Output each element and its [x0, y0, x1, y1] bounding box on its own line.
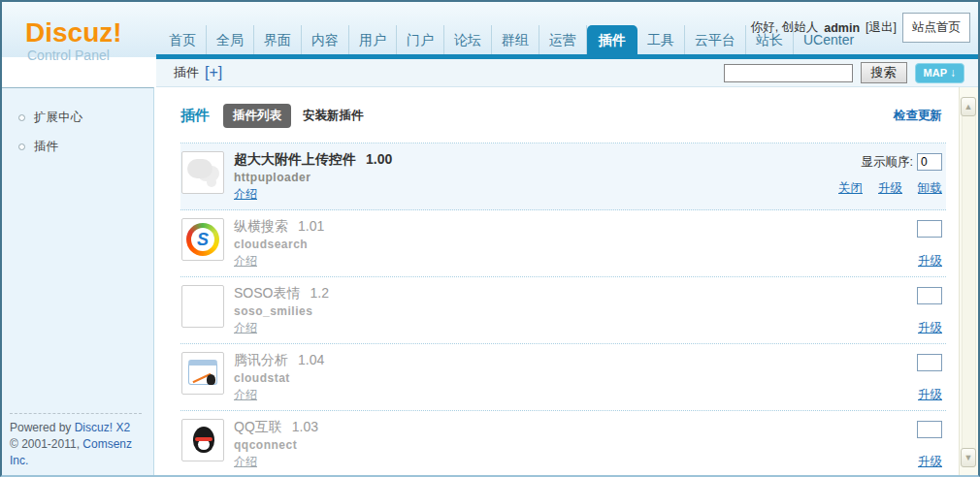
soso-smilies-icon: [181, 285, 224, 328]
display-order: 显示顺序:: [862, 153, 942, 171]
httpuploader-icon: [181, 151, 224, 194]
plugin-row: QQ互联1.03 qqconnect 介绍 升级: [180, 411, 946, 475]
map-arrow-down-icon: ↓: [950, 67, 956, 79]
sidebar-item-扩展中心[interactable]: 扩展中心: [2, 104, 153, 133]
logo-title: Discuz!: [25, 19, 122, 47]
plugin-row: 超大大附件上传控件1.00 httpuploader 介绍 显示顺序: 关闭升级…: [180, 143, 946, 210]
plugin-identifier: httpuploader: [234, 171, 392, 184]
plugin-name: QQ互联: [234, 419, 282, 434]
search-input[interactable]: [724, 64, 853, 82]
nav-item-插件[interactable]: 插件: [587, 25, 637, 54]
plugin-action-升级[interactable]: 升级: [918, 388, 942, 401]
radio-bullet-icon: [18, 114, 25, 121]
display-order: [913, 220, 942, 238]
plugin-actions: 升级: [902, 251, 942, 270]
site-home-button[interactable]: 站点首页: [902, 13, 970, 43]
plugin-name: SOSO表情: [234, 285, 300, 301]
plugin-name: 纵横搜索: [234, 218, 288, 234]
plugin-action-关闭[interactable]: 关闭: [838, 181, 863, 195]
display-order-input[interactable]: [917, 354, 942, 371]
nav-item-运营[interactable]: 运营: [539, 25, 587, 54]
check-update-link[interactable]: 检查更新: [894, 108, 942, 124]
plugin-identifier: cloudsearch: [234, 238, 324, 251]
plugin-intro-link[interactable]: 介绍: [234, 454, 257, 470]
scroll-down-icon[interactable]: ▼: [961, 448, 976, 467]
display-order: [913, 421, 942, 438]
plugin-identifier: soso_smilies: [234, 304, 329, 318]
plugin-action-升级[interactable]: 升级: [878, 181, 902, 195]
display-order-input[interactable]: [917, 287, 942, 304]
sidebar-footer: Powered by Discuz! X2 © 2001-2011, Comse…: [10, 413, 142, 469]
logo-subtitle: Control Panel: [27, 48, 122, 63]
display-order-input[interactable]: [917, 421, 942, 438]
cloudsearch-icon: [181, 218, 224, 261]
content-header: 插件 插件列表 安装新插件 检查更新: [180, 104, 946, 128]
username: admin: [824, 21, 860, 35]
plugin-intro-link[interactable]: 介绍: [234, 253, 257, 270]
display-order-input[interactable]: [917, 153, 942, 171]
expand-link[interactable]: [+]: [205, 64, 222, 81]
powered-by-line: Powered by Discuz! X2: [10, 420, 142, 436]
plugin-version: 1.03: [292, 419, 318, 434]
qqconnect-icon: [181, 419, 224, 461]
nav-item-内容[interactable]: 内容: [302, 25, 349, 54]
plugin-version: 1.01: [298, 218, 324, 234]
plugin-row: 腾讯分析1.04 cloudstat 介绍 升级: [180, 344, 946, 411]
scrollbar[interactable]: ▲ ▼: [959, 87, 978, 475]
plugin-action-卸载[interactable]: 卸载: [918, 181, 942, 195]
tab-install-new-plugin[interactable]: 安装新插件: [303, 108, 364, 124]
header: Discuz! Control Panel 首页全局界面内容用户门户论坛群组运营…: [2, 2, 978, 57]
plugin-identifier: cloudstat: [234, 371, 324, 385]
plugin-intro-link[interactable]: 介绍: [234, 320, 257, 336]
scroll-up-icon[interactable]: ▲: [961, 97, 976, 116]
display-order-label: 显示顺序:: [862, 154, 913, 171]
plugin-version: 1.00: [366, 151, 392, 167]
plugin-action-升级[interactable]: 升级: [918, 321, 942, 334]
page-title: 插件: [180, 107, 210, 125]
nav-item-界面[interactable]: 界面: [254, 25, 302, 54]
plugin-action-升级[interactable]: 升级: [918, 455, 942, 468]
radio-bullet-icon: [18, 143, 25, 150]
search-area: 搜索 MAP ↓: [724, 62, 978, 83]
scrollbar-track[interactable]: [962, 97, 976, 467]
nav-item-全局[interactable]: 全局: [207, 25, 254, 54]
plugin-row: SOSO表情1.2 soso_smilies 介绍 升级: [180, 277, 946, 344]
nav-item-云平台[interactable]: 云平台: [685, 25, 746, 54]
nav-item-群组[interactable]: 群组: [492, 25, 539, 54]
nav-item-首页[interactable]: 首页: [159, 25, 207, 54]
cloudstat-icon: [181, 352, 224, 395]
greeting-text: 你好, 创始人: [751, 19, 818, 36]
sidebar-menu: 扩展中心插件: [2, 88, 153, 162]
nav-item-门户[interactable]: 门户: [397, 25, 444, 54]
plugin-version: 1.04: [298, 352, 324, 367]
nav-item-论坛[interactable]: 论坛: [444, 25, 492, 54]
discuz-control-panel: Discuz! Control Panel 首页全局界面内容用户门户论坛群组运营…: [0, 0, 980, 477]
sidebar: 扩展中心插件 Powered by Discuz! X2 © 2001-2011…: [2, 87, 154, 475]
plugin-identifier: qqconnect: [234, 438, 318, 452]
breadcrumb-bar: 插件 [+] 搜索 MAP ↓: [156, 59, 978, 87]
plugin-action-升级[interactable]: 升级: [918, 254, 942, 268]
search-button[interactable]: 搜索: [861, 62, 907, 83]
map-button[interactable]: MAP ↓: [915, 63, 964, 83]
discuz-x2-link[interactable]: Discuz! X2: [75, 421, 130, 434]
nav-item-工具[interactable]: 工具: [637, 25, 685, 54]
plugin-name: 超大大附件上传控件: [234, 151, 356, 167]
logout-link[interactable]: [退出]: [866, 19, 897, 36]
map-button-label: MAP: [924, 67, 947, 79]
plugin-actions: 升级: [902, 452, 942, 470]
breadcrumb: 插件: [174, 64, 199, 81]
plugin-intro-link[interactable]: 介绍: [234, 387, 257, 403]
copyright-line: © 2001-2011, Comsenz Inc.: [10, 436, 142, 469]
plugin-row: 纵横搜索1.01 cloudsearch 介绍 升级: [180, 210, 946, 277]
plugin-intro-link[interactable]: 介绍: [234, 186, 257, 203]
nav-item-用户[interactable]: 用户: [349, 25, 397, 54]
main-content: 插件 插件列表 安装新插件 检查更新 超大大附件上传控件1.00 httpupl…: [155, 87, 959, 475]
sidebar-item-插件[interactable]: 插件: [2, 133, 153, 162]
display-order: [913, 354, 942, 371]
tab-plugin-list[interactable]: 插件列表: [223, 104, 291, 128]
plugin-actions: 关闭升级卸载: [823, 178, 942, 197]
display-order-input[interactable]: [917, 220, 942, 238]
plugin-list: 超大大附件上传控件1.00 httpuploader 介绍 显示顺序: 关闭升级…: [180, 143, 946, 475]
display-order: [913, 287, 942, 304]
plugin-version: 1.2: [310, 285, 328, 301]
